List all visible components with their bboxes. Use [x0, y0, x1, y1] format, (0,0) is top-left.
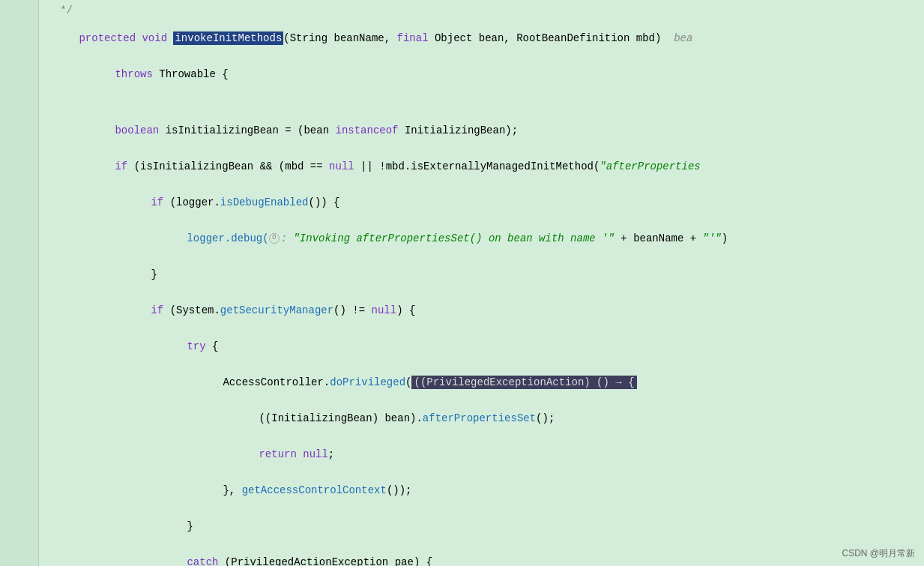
comment-close: */: [41, 4, 73, 16]
line7-content: if (logger.isDebugEnabled()) {: [41, 184, 340, 220]
keyword-void: void: [142, 32, 167, 44]
string-afterProperties: "afterProperties: [600, 160, 700, 172]
code-line-14: return null;: [0, 436, 924, 472]
code-line-2: protected void invokeInitMethods(String …: [0, 20, 924, 56]
code-line-4: [0, 92, 924, 112]
code-line-5: boolean isInitializingBean = (bean insta…: [0, 112, 924, 148]
lambda-highlight: ((PrivilegedExceptionAction) () → {: [411, 376, 636, 389]
method-getSecurityManager: getSecurityManager: [220, 304, 333, 316]
line3-content: throws Throwable {: [41, 56, 229, 92]
method-logger-debug: logger.debug(: [187, 232, 268, 244]
keyword-null1: null: [329, 160, 354, 172]
code-line-16: }: [0, 508, 924, 544]
keyword-if2: if: [151, 196, 163, 208]
keyword-final: final: [397, 32, 429, 44]
watermark: CSDN @明月常新: [842, 547, 915, 560]
line5-content: boolean isInitializingBean = (bean insta…: [41, 112, 518, 148]
code-line-8: logger.debug(O: "Invoking afterPropertie…: [0, 220, 924, 256]
keyword-if1: if: [115, 160, 127, 172]
line10-content: if (System.getSecurityManager() != null)…: [41, 292, 415, 328]
line16-content: }: [41, 508, 193, 544]
line9-content: }: [41, 256, 157, 292]
keyword-null4: null: [303, 448, 328, 460]
string-invoking: "Invoking afterPropertiesSet() on bean w…: [293, 232, 614, 244]
keyword-catch: catch: [187, 556, 218, 566]
code-line-13: ((InitializingBean) bean).afterPropertie…: [0, 400, 924, 436]
keyword-throws: throws: [115, 68, 152, 80]
keyword-boolean: boolean: [115, 124, 159, 136]
method-doPrivileged: doPrivileged: [330, 376, 405, 388]
line15-content: }, getAccessControlContext());: [41, 472, 411, 508]
method-getAccessControlContext: getAccessControlContext: [242, 484, 387, 496]
line11-content: try {: [41, 328, 218, 364]
keyword-return: return: [259, 448, 296, 460]
circle-label: :: [281, 232, 287, 244]
keyword-if3: if: [151, 304, 163, 316]
keyword-protected: protected: [79, 32, 136, 44]
code-line-9: }: [0, 256, 924, 292]
line2-content: protected void invokeInitMethods(String …: [41, 20, 692, 56]
keyword-instanceof: instanceof: [335, 124, 398, 136]
code-line-15: }, getAccessControlContext());: [0, 472, 924, 508]
bea-comment: bea: [674, 32, 692, 44]
code-line-6: if (isInitializingBean && (mbd == null |…: [0, 148, 924, 184]
code-line-7: if (logger.isDebugEnabled()) {: [0, 184, 924, 220]
line6-content: if (isInitializingBean && (mbd == null |…: [41, 148, 701, 184]
code-line-3: throws Throwable {: [0, 56, 924, 92]
code-editor: */ protected void invokeInitMethods(Stri…: [0, 0, 924, 566]
method-name-highlight: invokeInitMethods: [173, 31, 283, 45]
line12-content: AccessController.doPrivileged(((Privileg…: [41, 364, 637, 400]
code-line-17: catch (PrivilegedActionException pae) {: [0, 544, 924, 566]
method-isDebugEnabled: isDebugEnabled: [220, 196, 309, 208]
keyword-null3: null: [372, 304, 397, 316]
keyword-try: try: [187, 340, 205, 352]
code-line-11: try {: [0, 328, 924, 364]
line17-content: catch (PrivilegedActionException pae) {: [41, 544, 432, 566]
code-line-12: AccessController.doPrivileged(((Privileg…: [0, 364, 924, 400]
code-line-1: */: [0, 0, 924, 20]
line14-content: return null;: [41, 436, 334, 472]
circle-icon: O: [269, 233, 280, 244]
method-afterPropertiesSet1: afterPropertiesSet: [423, 412, 536, 424]
line13-content: ((InitializingBean) bean).afterPropertie…: [41, 400, 555, 436]
string-quote: "'": [703, 232, 722, 244]
code-line-10: if (System.getSecurityManager() != null)…: [0, 292, 924, 328]
line8-content: logger.debug(O: "Invoking afterPropertie…: [41, 220, 728, 256]
